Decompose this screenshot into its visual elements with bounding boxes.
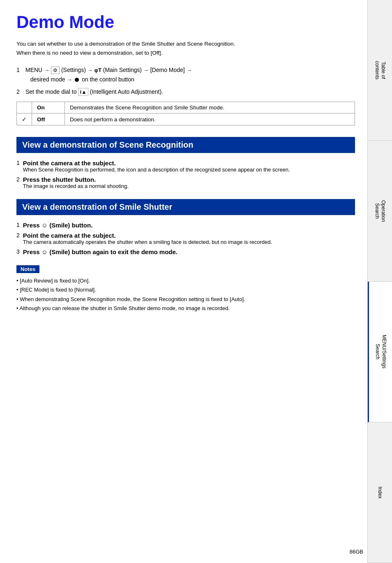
step1-num: 1 — [16, 65, 22, 84]
sidebar-tab-toc[interactable]: Table ofcontents — [368, 0, 392, 141]
notes-item-2: [REC Mode] is fixed to [Normal]. — [16, 285, 355, 294]
sidebar-tab-index-label: Index — [377, 487, 383, 498]
step2-num: 2 — [16, 88, 22, 95]
section1-step1-main: Point the camera at the subject. — [23, 160, 290, 167]
sidebar-tab-menu-label: MENU/SettingsSearch — [374, 335, 387, 368]
step2: 2 Set the mode dial to i▲ (Intelligent A… — [16, 88, 355, 95]
section1-step1: 1 Point the camera at the subject. When … — [16, 160, 355, 173]
sidebar-tab-menu[interactable]: MENU/SettingsSearch — [368, 282, 392, 422]
section1-step2-num: 2 — [16, 176, 20, 189]
sidebar-tab-index[interactable]: Index — [368, 422, 392, 563]
section2-step1: 1 Press ☺ (Smile) button. — [16, 222, 355, 229]
step1-body: MENU → ⚙ (Settings) → φT (Main Settings)… — [25, 65, 192, 84]
notes-label: Notes — [16, 265, 39, 273]
table-cell-mode-on: On — [32, 102, 65, 114]
table-cell-desc-off: Does not perform a demonstration. — [65, 114, 355, 125]
section1-step2-sub: The image is recorded as a normal shooti… — [23, 183, 129, 189]
section1-step1-sub: When Scene Recognition is performed, the… — [23, 167, 290, 173]
page-title: Demo Mode — [16, 12, 355, 32]
table-cell-check-on — [17, 102, 32, 114]
step2-body: Set the mode dial to i▲ (Intelligent Aut… — [25, 88, 163, 95]
table-row-on: On Demonstrates the Scene Recognition an… — [17, 102, 355, 114]
page-number: 86GB — [350, 549, 363, 555]
notes-item-3: When demonstrating Scene Recognition mod… — [16, 295, 355, 304]
table-cell-mode-off: Off — [32, 114, 65, 125]
section1-step2-main: Press the shutter button. — [23, 176, 129, 183]
notes-item-1: [Auto Review] is fixed to [On]. — [16, 276, 355, 285]
sidebar-tab-operation-label: OperationSearch — [374, 200, 386, 222]
notes-list: [Auto Review] is fixed to [On]. [REC Mod… — [16, 276, 355, 313]
section1-step1-num: 1 — [16, 160, 20, 173]
section2-step1-num: 1 — [16, 222, 20, 229]
sidebar-tab-operation[interactable]: OperationSearch — [368, 141, 392, 281]
section2-step2-sub: The camera automatically operates the sh… — [23, 239, 272, 245]
step1: 1 MENU → ⚙ (Settings) → φT (Main Setting… — [16, 65, 355, 84]
mode-table: On Demonstrates the Scene Recognition an… — [16, 102, 355, 125]
notes-box: Notes [Auto Review] is fixed to [On]. [R… — [16, 265, 355, 313]
section2-step3-num: 3 — [16, 248, 20, 255]
section2-step1-main: Press ☺ (Smile) button. — [23, 222, 93, 229]
table-cell-check-off: ✓ — [17, 114, 32, 125]
section2-step3: 3 Press ☺ (Smile) button again to exit t… — [16, 248, 355, 255]
table-cell-desc-on: Demonstrates the Scene Recognition and S… — [65, 102, 355, 114]
sidebar: Table ofcontents OperationSearch MENU/Se… — [367, 0, 392, 563]
intro-text: You can set whether to use a demonstrati… — [16, 39, 355, 57]
table-row-off: ✓ Off Does not perform a demonstration. — [17, 114, 355, 125]
section1-heading: View a demonstration of Scene Recognitio… — [16, 137, 355, 153]
section2-heading: View a demonstration of Smile Shutter — [16, 199, 355, 215]
notes-item-4: Although you can release the shutter in … — [16, 304, 355, 313]
section1-step2: 2 Press the shutter button. The image is… — [16, 176, 355, 189]
section2-step3-main: Press ☺ (Smile) button again to exit the… — [23, 248, 178, 255]
section2-step2-main: Point the camera at the subject. — [23, 232, 272, 239]
sidebar-tab-toc-label: Table ofcontents — [374, 61, 386, 79]
section2-step2: 2 Point the camera at the subject. The c… — [16, 232, 355, 245]
section2-step2-num: 2 — [16, 232, 20, 245]
